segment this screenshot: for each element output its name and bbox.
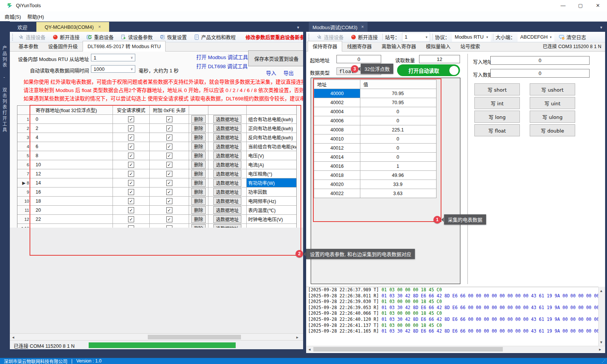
grid-row[interactable]: 4000070.95 bbox=[314, 89, 436, 98]
register-address-cell[interactable]: 4 bbox=[30, 133, 113, 142]
data-point-cell[interactable]: 功率因数 bbox=[247, 187, 296, 196]
product-list-sidebar[interactable]: 产品列表 - 双击列表打开工具 bbox=[0, 21, 10, 358]
tab-device-close-icon[interactable]: × bbox=[98, 24, 101, 30]
register-address-cell[interactable]: 6 bbox=[30, 142, 113, 151]
grid-row[interactable]: 400120 bbox=[314, 144, 436, 153]
close-button[interactable]: ✕ bbox=[591, 2, 604, 10]
safe-request-checkbox[interactable]: ✓ bbox=[128, 116, 134, 122]
modbus-disconnect-button[interactable]: 断开连接 bbox=[348, 33, 380, 42]
grid-row[interactable]: 400100 bbox=[314, 134, 436, 144]
grid-address-cell[interactable]: 40010 bbox=[314, 134, 360, 143]
scroll-down-icon[interactable]: ▾ bbox=[600, 339, 602, 345]
data-point-cell[interactable]: 表内温度(℃) bbox=[247, 206, 296, 214]
scroll-up-icon[interactable]: ▴ bbox=[600, 287, 602, 294]
fe-header-checkbox[interactable]: ✓ bbox=[166, 207, 172, 213]
grid-row[interactable]: 4001849.96 bbox=[314, 171, 436, 180]
delete-row-button[interactable]: 删除 bbox=[191, 152, 206, 159]
grid-row[interactable]: 400223.63 bbox=[314, 189, 436, 198]
restore-settings-button[interactable]: 恢复设置 bbox=[157, 33, 189, 42]
restart-device-button[interactable]: 重启设备 bbox=[84, 33, 116, 42]
endian-combo[interactable]: ABCDEFGH▾ bbox=[518, 33, 554, 42]
register-address-cell[interactable]: 14 bbox=[30, 178, 113, 187]
save-settings-button[interactable]: 保存本页设置到设备 bbox=[248, 50, 303, 66]
connect-device-button[interactable]: 连接设备 bbox=[16, 33, 48, 42]
fe-header-checkbox[interactable]: ✓ bbox=[166, 134, 172, 141]
safe-request-checkbox[interactable]: ✓ bbox=[128, 125, 134, 131]
grid-address-cell[interactable]: 40002 bbox=[314, 98, 360, 107]
grid-value-cell[interactable]: 3.63 bbox=[360, 189, 435, 198]
delete-row-button[interactable]: 删除 bbox=[191, 124, 206, 132]
grid-row[interactable]: 400060 bbox=[314, 116, 436, 125]
write-long-button[interactable]: 写 long bbox=[474, 111, 520, 123]
menu-item-help[interactable]: 帮助(H) bbox=[27, 13, 44, 20]
select-data-address-button[interactable]: 选数据地址 bbox=[213, 161, 241, 169]
maximize-button[interactable]: ▢ bbox=[574, 2, 587, 10]
tab-basic-params[interactable]: 基本参数 bbox=[14, 41, 43, 51]
delete-row-button[interactable]: 删除 bbox=[191, 179, 206, 187]
grid-value-cell[interactable]: 0 bbox=[360, 116, 435, 125]
select-data-address-button[interactable]: 选数据地址 bbox=[213, 206, 241, 214]
grid-address-cell[interactable]: 40012 bbox=[314, 144, 360, 152]
log-vscrollbar[interactable]: ▴ ▾ bbox=[598, 287, 605, 346]
auto-read-toggle[interactable]: 打开自动读取 bbox=[397, 64, 460, 76]
fe-header-checkbox[interactable]: ✓ bbox=[166, 153, 172, 159]
tab-welcome[interactable]: 欢迎 bbox=[17, 23, 27, 31]
scroll-right-icon[interactable]: ▸ bbox=[599, 346, 601, 352]
read-count-input[interactable]: 12 bbox=[419, 55, 460, 63]
grid-address-cell[interactable]: 40020 bbox=[314, 180, 360, 189]
right-tablist-caret-icon[interactable]: ▾ bbox=[600, 25, 602, 30]
resize-grip-icon[interactable]: ⋰ bbox=[602, 359, 605, 363]
delete-row-button[interactable]: 删除 bbox=[191, 170, 206, 178]
grid-value-cell[interactable]: 0 bbox=[360, 107, 435, 116]
left-hscrollbar[interactable]: ◂ ▸ bbox=[10, 333, 303, 341]
select-data-address-button[interactable]: 选数据地址 bbox=[213, 215, 241, 223]
safe-request-checkbox[interactable]: ✓ bbox=[128, 162, 134, 168]
tab-device[interactable]: QY-MCAHB03(COM4) × bbox=[36, 22, 109, 32]
select-data-address-button[interactable]: 选数据地址 bbox=[213, 197, 241, 205]
fe-header-checkbox[interactable]: ✓ bbox=[166, 198, 172, 204]
grid-row[interactable]: 400040 bbox=[314, 107, 436, 116]
select-data-address-button[interactable]: 选数据地址 bbox=[213, 115, 241, 123]
comm-log[interactable]: [2025-09-28 22:26:37.989 T] 01 03 00 00 … bbox=[307, 287, 598, 346]
select-data-address-button[interactable]: 选数据地址 bbox=[213, 133, 241, 141]
write-short-button[interactable]: 写 short bbox=[474, 83, 520, 95]
data-point-cell[interactable]: 时钟电池电压(V) bbox=[247, 215, 296, 223]
product-docs-button[interactable]: 产品文档和教程 bbox=[191, 33, 238, 42]
safe-request-checkbox[interactable]: ✓ bbox=[128, 171, 134, 177]
hscroll-thumb[interactable] bbox=[148, 335, 241, 339]
log-hscrollbar[interactable]: ◂ ▸ bbox=[307, 346, 605, 352]
delete-row-button[interactable]: 删除 bbox=[191, 206, 206, 214]
data-point-cell[interactable]: 电网频率(Hz) bbox=[247, 197, 296, 205]
tab-analog-inputs[interactable]: 模拟量输入 bbox=[421, 41, 455, 51]
write-ushort-button[interactable]: 写 ushort bbox=[530, 83, 575, 95]
safe-request-checkbox[interactable]: ✓ bbox=[128, 134, 134, 141]
safe-request-checkbox[interactable]: ✓ bbox=[128, 207, 134, 213]
tab-firmware-upgrade[interactable]: 设备固件升级 bbox=[43, 41, 83, 51]
write-float-button[interactable]: 写 float bbox=[474, 124, 520, 136]
open-dlt698-tool-link[interactable]: 打开 DLT698 调试工具 bbox=[196, 62, 248, 70]
hscroll-thumb[interactable] bbox=[313, 347, 503, 352]
scroll-right-icon[interactable]: ▸ bbox=[296, 334, 299, 340]
minimize-button[interactable]: — bbox=[557, 2, 569, 10]
grid-value-cell[interactable]: 225.1 bbox=[360, 125, 435, 134]
write-int-button[interactable]: 写 int bbox=[474, 97, 520, 109]
data-point-cell[interactable]: 正向有功总电能(kwh) bbox=[247, 124, 296, 133]
grid-address-cell[interactable]: 40018 bbox=[314, 171, 360, 180]
delete-row-button[interactable]: 删除 bbox=[191, 215, 206, 223]
register-address-cell[interactable]: 2 bbox=[30, 124, 113, 133]
tab-discrete-inputs[interactable]: 离散输入寄存器 bbox=[377, 41, 421, 51]
delete-row-button[interactable]: 删除 bbox=[191, 115, 206, 123]
safe-request-checkbox[interactable]: ✓ bbox=[128, 144, 134, 150]
scroll-left-icon[interactable]: ◂ bbox=[308, 346, 311, 352]
register-address-cell[interactable]: 20 bbox=[30, 206, 113, 214]
fe-header-checkbox[interactable]: ✓ bbox=[166, 144, 172, 150]
data-point-cell[interactable]: 当前组合有功总电能(kwh) bbox=[247, 142, 296, 151]
open-modbus-tool-link[interactable]: 打开 Modbus 调试工具 bbox=[196, 53, 248, 61]
delete-row-button[interactable]: 删除 bbox=[191, 161, 206, 169]
grid-row[interactable]: 4000270.95 bbox=[314, 98, 436, 107]
data-point-cell[interactable]: 反向有功总电能(kwh) bbox=[247, 133, 296, 142]
modbus-connect-button[interactable]: 连接设备 bbox=[314, 33, 346, 42]
fe-header-checkbox[interactable]: ✓ bbox=[166, 189, 172, 195]
select-data-address-button[interactable]: 选数据地址 bbox=[213, 152, 241, 159]
fe-header-checkbox[interactable]: ✓ bbox=[166, 171, 172, 177]
